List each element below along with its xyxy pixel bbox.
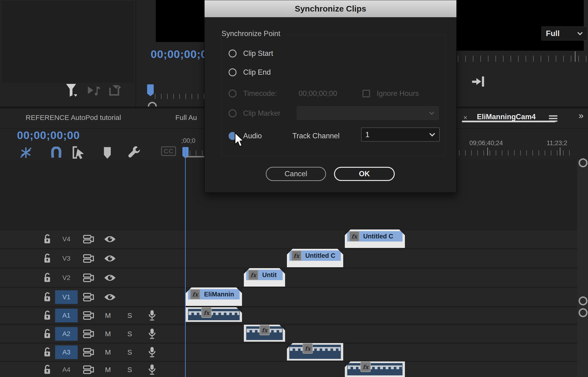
nest-sequence-icon[interactable] <box>19 146 33 159</box>
program-ruler[interactable] <box>458 56 588 62</box>
toggle-track-output-eye-icon[interactable] <box>104 293 116 301</box>
timecode-value[interactable]: 00;00;00;00 <box>299 89 337 98</box>
audio-clip-a1[interactable]: fx <box>186 307 242 322</box>
video-clip-v2[interactable]: fxUntit <box>244 268 285 286</box>
source-patch-icon[interactable] <box>83 365 94 374</box>
radio-timecode[interactable] <box>229 90 237 97</box>
video-clip-v4[interactable]: fxUntitled C <box>345 229 405 248</box>
mute-button[interactable]: M <box>105 348 111 356</box>
panel-overflow-icon[interactable]: » <box>578 111 584 121</box>
fx-badge: fx <box>201 307 212 318</box>
track-label-v1[interactable]: V1 <box>55 290 78 304</box>
clip-marker-dropdown[interactable] <box>297 106 439 120</box>
audio-clip-a4[interactable]: fx <box>345 361 405 377</box>
clip-label: EliMannin <box>204 291 234 298</box>
track-label-v4[interactable]: V4 <box>55 232 78 246</box>
audio-clip-a2[interactable]: fx <box>244 325 285 342</box>
project-panel <box>0 0 136 106</box>
voiceover-mic-icon[interactable] <box>148 328 156 340</box>
lock-icon[interactable] <box>43 328 52 340</box>
add-marker-icon[interactable] <box>103 146 112 160</box>
toggle-track-output-eye-icon[interactable] <box>104 255 116 262</box>
clip-label: Untit <box>262 271 277 279</box>
voiceover-mic-icon[interactable] <box>148 346 156 358</box>
source-playhead[interactable] <box>147 84 154 96</box>
ignore-hours-checkbox[interactable] <box>363 90 370 97</box>
mute-button[interactable]: M <box>105 330 111 338</box>
source-patch-icon[interactable] <box>83 273 94 283</box>
track-label-a1[interactable]: A1 <box>55 309 78 322</box>
source-patch-icon[interactable] <box>83 235 94 244</box>
snap-magnet-icon[interactable] <box>50 147 63 159</box>
lock-icon[interactable] <box>43 310 52 321</box>
close-icon[interactable]: × <box>463 114 467 122</box>
lock-icon[interactable] <box>43 292 52 303</box>
filter-bin-icon[interactable] <box>65 83 77 97</box>
play-audio-preview-icon[interactable] <box>87 85 101 96</box>
voiceover-mic-icon[interactable] <box>148 309 156 322</box>
video-clip-v3[interactable]: fxUntitled C <box>287 249 343 267</box>
timeline-playhead-line[interactable] <box>185 147 186 377</box>
export-icon[interactable] <box>108 84 122 97</box>
video-clip-v1[interactable]: fxEliMannin <box>186 287 242 306</box>
option-clip-end[interactable]: Clip End <box>229 68 271 77</box>
cancel-button[interactable]: Cancel <box>266 167 326 181</box>
lock-icon[interactable] <box>43 234 52 245</box>
zoom-level-dropdown[interactable]: Full <box>541 26 588 41</box>
source-patch-icon[interactable] <box>83 329 94 339</box>
clip-end-label: Clip End <box>243 68 271 77</box>
solo-button[interactable]: S <box>127 366 132 374</box>
lock-icon[interactable] <box>43 253 52 264</box>
track-label-a2[interactable]: A2 <box>55 327 78 341</box>
scrollbar-knob-top[interactable] <box>578 158 588 167</box>
timeline-scrollbar-track[interactable] <box>577 159 588 377</box>
radio-clip-marker[interactable] <box>229 109 237 117</box>
option-timecode[interactable]: Timecode: 00;00;00;00 Ignore Hours <box>229 89 419 98</box>
tab-reference-autopod[interactable]: REFERENCE AutoPod tutorial <box>26 114 121 122</box>
insert-icon[interactable] <box>471 75 485 88</box>
toggle-track-output-eye-icon[interactable] <box>104 235 116 243</box>
option-audio[interactable]: Audio Track Channel <box>229 132 340 140</box>
ok-button[interactable]: OK <box>334 167 395 181</box>
linked-selection-icon[interactable] <box>71 145 86 160</box>
track-label-a3[interactable]: A3 <box>55 345 78 359</box>
audio-clip-a3[interactable]: fx <box>287 343 343 361</box>
timeline-timecode[interactable]: 00;00;00;00 <box>17 129 80 141</box>
lock-icon[interactable] <box>43 347 52 358</box>
lock-icon[interactable] <box>43 272 52 283</box>
fx-badge: fx <box>302 343 313 354</box>
source-patch-icon[interactable] <box>83 311 94 320</box>
fx-badge: fx <box>248 270 258 280</box>
synchronize-clips-dialog: Synchronize Clips Synchronize Point Clip… <box>204 0 457 193</box>
voiceover-mic-icon[interactable] <box>148 364 156 376</box>
scrollbar-knob-audio[interactable] <box>578 308 588 317</box>
solo-button[interactable]: S <box>127 311 132 319</box>
mute-button[interactable]: M <box>105 366 111 374</box>
radio-clip-end[interactable] <box>229 68 237 76</box>
source-patch-icon[interactable] <box>83 348 94 357</box>
ruler-timecode-label-1: 09;06;40;24 <box>469 140 503 147</box>
track-label-v2[interactable]: V2 <box>55 271 78 285</box>
tab-full-au[interactable]: Full Au <box>175 114 197 122</box>
track-row-v4: V4 <box>0 229 577 249</box>
solo-button[interactable]: S <box>127 348 132 356</box>
solo-button[interactable]: S <box>127 330 132 338</box>
captions-icon[interactable]: CC <box>161 148 176 155</box>
mute-button[interactable]: M <box>105 311 111 319</box>
dialog-title-bar[interactable]: Synchronize Clips <box>205 0 456 17</box>
track-label-a4[interactable]: A4 <box>55 363 78 377</box>
source-patch-icon[interactable] <box>83 254 94 263</box>
source-timecode[interactable]: 00;00;00;0 <box>151 47 207 60</box>
track-label-v3[interactable]: V3 <box>55 252 78 265</box>
option-clip-marker[interactable]: Clip Marker <box>229 109 280 118</box>
radio-clip-start[interactable] <box>229 49 237 58</box>
option-clip-start[interactable]: Clip Start <box>229 49 273 58</box>
tab-elimanningcam4[interactable]: EliManningCam4 <box>477 113 536 121</box>
toggle-track-output-eye-icon[interactable] <box>104 274 116 282</box>
ok-button-label: OK <box>359 170 370 178</box>
lock-icon[interactable] <box>43 364 52 375</box>
timeline-settings-wrench-icon[interactable] <box>127 145 141 159</box>
track-channel-dropdown[interactable]: 1 <box>361 128 440 141</box>
source-patch-icon[interactable] <box>83 292 94 302</box>
scrollbar-knob-bottom[interactable] <box>578 296 588 305</box>
